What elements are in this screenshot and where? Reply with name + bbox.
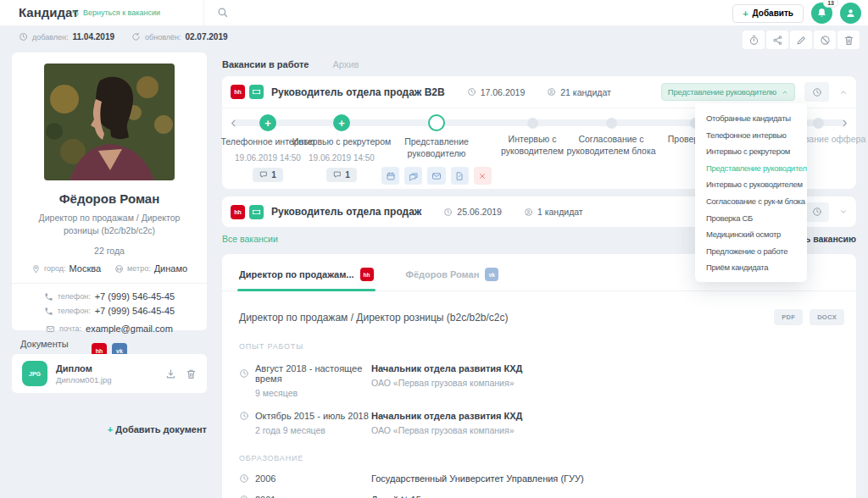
added-date: добавлен: 11.04.2019 bbox=[19, 32, 114, 42]
resume-title: Директор по продажам / Директор розницы … bbox=[239, 312, 509, 324]
menu-item-hiring[interactable]: Приём кандидата bbox=[695, 259, 807, 276]
download-icon[interactable] bbox=[165, 368, 176, 379]
schedule-button[interactable] bbox=[804, 202, 829, 222]
menu-item-manager-interview[interactable]: Интервью с руководителем bbox=[695, 176, 807, 193]
collapse-card-icon[interactable] bbox=[839, 88, 848, 97]
stage-done-icon[interactable]: + bbox=[259, 114, 276, 131]
menu-item-manager-presentation[interactable]: Представление руководителю bbox=[695, 160, 807, 177]
notifications-button[interactable]: 13 bbox=[811, 3, 832, 24]
tab-vacancies-active[interactable]: Вакансии в работе bbox=[222, 59, 309, 69]
stage-comments-badge[interactable]: 1 bbox=[253, 168, 283, 182]
vacancy-title[interactable]: Руководитель отдела продаж B2B bbox=[271, 86, 445, 98]
app-header: Кандидат Вернуться к вакансии + Добавить… bbox=[0, 0, 868, 25]
schedule-button[interactable] bbox=[804, 82, 829, 102]
stage-pending-icon[interactable] bbox=[606, 118, 617, 129]
person-icon bbox=[524, 208, 533, 217]
person-icon bbox=[845, 8, 856, 19]
menu-item-selected-candidates[interactable]: Отобранные кандидаты bbox=[695, 110, 807, 127]
add-button[interactable]: + Добавить bbox=[732, 4, 804, 23]
timeline-prev-icon[interactable] bbox=[228, 118, 239, 129]
hh-icon: hh bbox=[231, 85, 245, 99]
phone-icon bbox=[44, 292, 53, 302]
messages-action-button[interactable] bbox=[404, 167, 422, 185]
vacancy-date: 25.06.2019 bbox=[443, 207, 502, 217]
file-type-badge: JPG bbox=[22, 361, 47, 386]
export-pdf-button[interactable]: PDF bbox=[774, 309, 803, 325]
documents-section-title: Документы bbox=[20, 339, 69, 349]
stage-recruiter-interview: + Интервью с рекрутером 19.06.2019 14:50… bbox=[287, 108, 397, 182]
education-section-label: ОБРАЗОВАНИЕ bbox=[239, 454, 856, 462]
menu-item-phone-interview[interactable]: Телефонное интервью bbox=[695, 127, 807, 144]
calendar-action-button[interactable] bbox=[381, 167, 399, 185]
undo-icon bbox=[71, 8, 80, 17]
stage-current-icon[interactable] bbox=[428, 114, 445, 131]
chevron-up-icon bbox=[782, 89, 788, 96]
expand-card-icon[interactable] bbox=[839, 208, 848, 216]
export-docx-button[interactable]: DOCX bbox=[810, 309, 844, 325]
comment-icon bbox=[333, 170, 342, 179]
vacancy-candidates-count: 1 кандидат bbox=[524, 207, 583, 217]
menu-item-security-check[interactable]: Проверка СБ bbox=[695, 210, 807, 227]
envelope-icon bbox=[46, 324, 55, 334]
header-divider bbox=[203, 0, 204, 25]
candidate-position: Директор по продажам / Директор розницы … bbox=[12, 212, 207, 237]
vacancy-title[interactable]: Руководитель отдела продаж bbox=[271, 206, 421, 218]
menu-item-job-offer[interactable]: Предложение о работе bbox=[695, 243, 807, 260]
stage-pending-icon[interactable] bbox=[813, 118, 824, 129]
stage-select-button[interactable]: Представление руководителю bbox=[661, 83, 795, 101]
experience-item: Октябрь 2015 - июль 2018 2 года 9 месяце… bbox=[239, 411, 856, 435]
search-button[interactable] bbox=[216, 6, 231, 21]
hh-icon: hh bbox=[231, 205, 245, 219]
vk-icon: vk bbox=[485, 268, 498, 281]
document-item: JPG Диплом Диплом001.jpg bbox=[12, 354, 207, 393]
clock-icon bbox=[19, 32, 28, 42]
updated-date: обновлён: 02.07.2019 bbox=[131, 32, 228, 42]
trash-icon[interactable] bbox=[186, 368, 197, 379]
geo-pin-icon bbox=[31, 264, 41, 274]
education-item: 2006 Государственный Университет Управле… bbox=[239, 473, 856, 484]
all-vacancies-link[interactable]: Все вакансии bbox=[222, 234, 278, 244]
person-icon bbox=[547, 87, 556, 97]
tab-archive[interactable]: Архив bbox=[332, 59, 359, 69]
menu-item-recruiter-interview[interactable]: Интервью с рекрутером bbox=[695, 143, 807, 160]
clock-icon bbox=[467, 87, 476, 97]
candidate-profile-card: Фёдоров Роман Директор по продажам / Дир… bbox=[12, 53, 207, 330]
vacancy-candidates-count: 21 кандидат bbox=[547, 87, 611, 97]
divider bbox=[12, 283, 207, 284]
job-source-icon bbox=[249, 205, 264, 219]
menu-item-block-manager-approval[interactable]: Согласование с рук-м блока bbox=[695, 193, 807, 210]
email-action-button[interactable] bbox=[427, 167, 445, 185]
vacancy-date: 17.06.2019 bbox=[467, 87, 526, 97]
note-action-button[interactable] bbox=[451, 167, 469, 185]
user-avatar[interactable] bbox=[840, 3, 861, 24]
stage-pending-icon[interactable] bbox=[527, 118, 538, 129]
menu-item-medical-exam[interactable]: Медицинский осмотр bbox=[695, 226, 807, 243]
clock-icon bbox=[443, 208, 453, 217]
tab-resume-hh[interactable]: Директор по продажам... hh bbox=[239, 268, 374, 290]
hh-icon: hh bbox=[360, 268, 374, 281]
candidate-metro: метро: Динамо bbox=[114, 263, 187, 274]
add-document-link[interactable]: + Добавить документ bbox=[12, 424, 207, 434]
tab-resume-vk[interactable]: Фёдоров Роман vk bbox=[406, 268, 499, 290]
resume-panel: Директор по продажам... hh Фёдоров Роман… bbox=[222, 254, 856, 498]
stage-done-icon[interactable]: + bbox=[333, 114, 350, 131]
stage-dropdown-menu: Отобранные кандидаты Телефонное интервью… bbox=[695, 103, 807, 282]
timeline-next-icon[interactable] bbox=[839, 118, 850, 129]
candidate-city: город: Москва bbox=[31, 263, 101, 274]
stage-manager-presentation-current: Представление руководителю bbox=[381, 108, 492, 185]
stage-comments-badge[interactable]: 1 bbox=[326, 168, 357, 182]
clock-icon bbox=[239, 368, 249, 379]
clock-icon bbox=[239, 411, 249, 421]
comment-icon bbox=[259, 170, 268, 179]
candidate-phone-2: телефон: +7 (999) 546-45-45 bbox=[12, 306, 207, 316]
document-filename: Диплом001.jpg bbox=[56, 375, 165, 385]
candidate-name: Фёдоров Роман bbox=[12, 191, 207, 206]
back-to-vacancy-link[interactable]: Вернуться к вакансии bbox=[71, 8, 160, 17]
candidate-email: почта: example@gmail.com bbox=[12, 324, 207, 334]
reject-action-button[interactable] bbox=[474, 167, 492, 185]
candidate-phone-1: телефон: +7 (999) 546-45-45 bbox=[12, 291, 207, 302]
experience-item: Август 2018 - настоящее время 9 месяцев … bbox=[239, 363, 856, 398]
phone-icon bbox=[44, 307, 53, 316]
document-title: Диплом bbox=[56, 363, 165, 374]
bell-icon bbox=[816, 8, 827, 19]
